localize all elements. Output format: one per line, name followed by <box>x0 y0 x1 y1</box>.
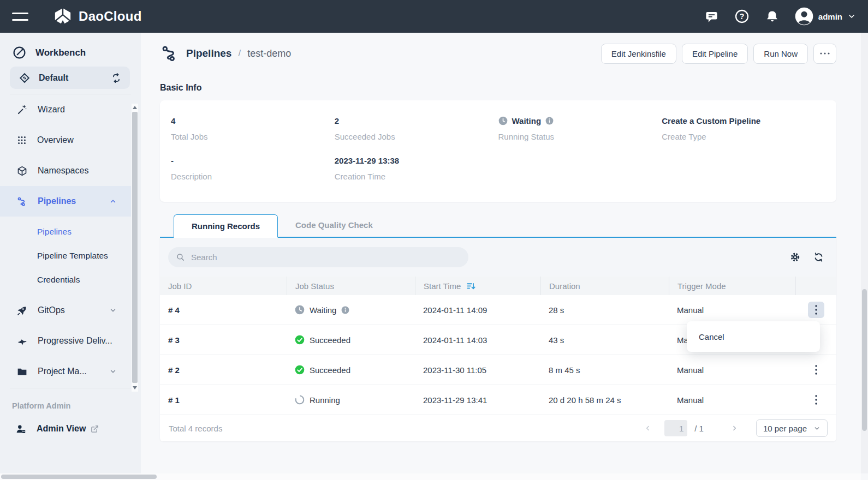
sidebar-item-project-management[interactable]: Project Ma... <box>0 356 131 387</box>
workspace-icon <box>19 72 31 84</box>
prev-page-icon[interactable] <box>644 424 652 432</box>
more-actions-button[interactable] <box>813 44 836 64</box>
table-row[interactable]: # 2 Succeeded 2023-11-30 11:05 8 m 45 s … <box>160 355 836 385</box>
pipeline-icon <box>160 44 180 63</box>
main-content: Pipelines / test-demo Edit Jenkinsfile E… <box>141 33 868 480</box>
page-size-select[interactable]: 10 per page <box>756 419 828 437</box>
avatar <box>795 7 813 26</box>
menu-toggle-icon[interactable] <box>12 13 28 21</box>
status-cell: Succeeded <box>287 365 415 375</box>
search-icon <box>176 253 185 262</box>
sidebar-item-progressive-delivery[interactable]: Progressive Deliv... <box>0 326 131 356</box>
search-input-wrap[interactable] <box>168 247 468 267</box>
row-actions-kebab[interactable] <box>808 392 824 408</box>
row-action-menu: Cancel <box>687 321 820 352</box>
field-description: - Description <box>171 155 335 181</box>
workbench-icon <box>12 45 27 60</box>
field-creation-time: 2023-11-29 13:38 Creation Time <box>335 155 498 181</box>
pagination: 1 / 1 10 per page <box>639 419 828 437</box>
messages-icon[interactable] <box>704 9 719 24</box>
detail-tabs: Running Records Code Quality Check <box>160 213 836 238</box>
info-icon[interactable] <box>341 306 349 314</box>
user-menu[interactable]: admin <box>795 7 856 26</box>
help-icon[interactable]: ? <box>734 9 750 24</box>
sidebar-menu: Wizard Overview Namespac <box>0 94 141 387</box>
cube-icon <box>16 165 28 177</box>
page-number-input[interactable]: 1 <box>664 420 687 436</box>
sidebar-item-overview[interactable]: Overview <box>0 125 131 155</box>
clock-status-icon <box>498 116 508 125</box>
next-page-icon[interactable] <box>730 424 738 432</box>
row-actions-kebab[interactable] <box>808 302 824 318</box>
sidebar-item-pipelines[interactable]: Pipelines <box>0 186 131 217</box>
top-bar: DaoCloud ? <box>0 0 868 33</box>
scroll-up-arrow[interactable] <box>133 106 137 109</box>
refresh-icon[interactable] <box>813 251 824 263</box>
col-job-status: Job Status <box>287 277 415 295</box>
edit-pipeline-button[interactable]: Edit Pipeline <box>682 44 748 64</box>
notifications-bell-icon[interactable] <box>765 9 780 24</box>
col-job-id: Job ID <box>160 277 287 295</box>
sidebar-subitem-pipeline-templates[interactable]: Pipeline Templates <box>0 244 131 268</box>
sidebar-subitem-credentials[interactable]: Credentials <box>0 268 131 292</box>
page-count: / 1 <box>694 424 704 433</box>
edit-jenkinsfile-button[interactable]: Edit Jenkinsfile <box>601 44 676 64</box>
breadcrumb-current: test-demo <box>247 48 291 59</box>
brand[interactable]: DaoCloud <box>53 7 142 26</box>
divider <box>10 388 131 388</box>
workbench-title: Workbench <box>35 47 86 58</box>
app-window: DaoCloud ? <box>0 0 868 480</box>
scroll-down-arrow[interactable] <box>133 386 137 389</box>
wizard-icon <box>16 104 28 116</box>
table-row[interactable]: # 1 Running 2023-11-29 13:41 20 d 20 h 5… <box>160 385 836 415</box>
sidebar: Workbench Default <box>0 33 141 473</box>
sidebar-subitem-pipelines[interactable]: Pipelines <box>0 220 131 244</box>
scrollbar-thumb[interactable] <box>862 289 867 431</box>
clock-status-icon <box>295 305 305 315</box>
workspace-selector[interactable]: Default <box>10 67 130 89</box>
chevron-down-icon <box>813 425 821 432</box>
status-cell: Waiting <box>287 305 415 315</box>
table-row[interactable]: # 4 Waiting 2024-01-11 14:09 28 s Manual <box>160 295 836 325</box>
chevron-down-icon <box>847 12 856 21</box>
basic-info-title: Basic Info <box>160 83 836 93</box>
tab-code-quality-check[interactable]: Code Quality Check <box>278 213 390 237</box>
scrollbar-thumb[interactable] <box>132 112 138 383</box>
page-horizontal-scrollbar[interactable] <box>0 473 861 480</box>
tab-running-records[interactable]: Running Records <box>174 214 278 238</box>
pipeline-icon <box>16 196 28 207</box>
sort-descending-icon[interactable] <box>466 281 475 291</box>
run-now-button[interactable]: Run Now <box>753 44 808 64</box>
cancel-menu-item[interactable]: Cancel <box>699 332 820 341</box>
page-vertical-scrollbar[interactable] <box>861 33 868 473</box>
sidebar-item-namespaces[interactable]: Namespaces <box>0 155 131 186</box>
scrollbar-thumb[interactable] <box>1 475 157 479</box>
sidebar-item-gitops[interactable]: GitOps <box>0 295 131 326</box>
workspace-name: Default <box>39 73 68 83</box>
sidebar-scrollbar[interactable] <box>132 104 138 392</box>
total-records: Total 4 records <box>169 424 222 433</box>
table-footer: Total 4 records 1 / 1 10 per page <box>160 415 836 441</box>
pipelines-submenu: Pipelines Pipeline Templates Credentials <box>0 220 141 292</box>
success-check-icon <box>295 335 305 345</box>
table-header: Job ID Job Status Start Time Duration Tr… <box>160 277 836 295</box>
col-start-time[interactable]: Start Time <box>415 277 540 295</box>
row-actions-kebab[interactable] <box>808 362 824 378</box>
field-total-jobs: 4 Total Jobs <box>171 116 335 141</box>
field-running-status: Waiting Running Status <box>498 116 662 141</box>
sidebar-item-admin-view[interactable]: Admin View <box>0 418 141 440</box>
col-actions <box>795 277 836 295</box>
platform-admin-label: Platform Admin <box>12 401 141 410</box>
sidebar-item-wizard[interactable]: Wizard <box>0 94 131 125</box>
daocloud-logo-icon <box>53 7 72 26</box>
field-succeeded-jobs: 2 Succeeded Jobs <box>335 116 498 141</box>
grid-icon <box>16 135 27 146</box>
info-icon[interactable] <box>545 117 554 125</box>
breadcrumb-pipelines[interactable]: Pipelines <box>186 47 231 59</box>
ellipsis-icon <box>820 52 830 55</box>
search-input[interactable] <box>190 252 461 262</box>
table-settings-gear-icon[interactable] <box>789 251 801 263</box>
admin-user-icon <box>15 423 27 435</box>
switch-workspace-icon[interactable] <box>110 72 122 84</box>
external-link-icon <box>91 425 99 433</box>
